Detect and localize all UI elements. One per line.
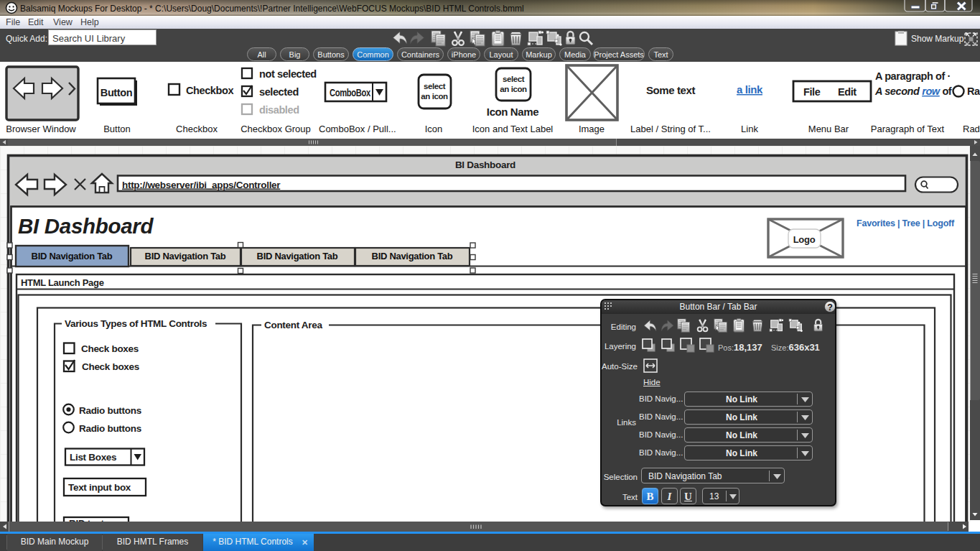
svg-text:HTML Launch Page: HTML Launch Page — [21, 277, 104, 288]
svg-text:BID Navigation Tab: BID Navigation Tab — [648, 471, 722, 481]
svg-text:BID Navigation Tab: BID Navigation Tab — [32, 251, 113, 261]
svg-text:Some text: Some text — [646, 84, 695, 96]
svg-text:an icon: an icon — [500, 85, 527, 93]
svg-text:Check boxes: Check boxes — [81, 343, 139, 354]
svg-text:Logo: Logo — [793, 234, 816, 245]
svg-text:Check boxes: Check boxes — [82, 361, 139, 372]
svg-text:BID Navigation Tab: BID Navigation Tab — [145, 251, 226, 261]
svg-text:No Link: No Link — [726, 448, 757, 458]
svg-text:http://webserver/ibi_apps/Cont: http://webserver/ibi_apps/Controller — [122, 180, 281, 190]
svg-text:Content Area: Content Area — [264, 320, 322, 330]
svg-text:Radio buttons: Radio buttons — [79, 423, 141, 434]
svg-text:List Boxes: List Boxes — [70, 452, 116, 463]
svg-text:select: select — [503, 75, 525, 83]
svg-text:select: select — [424, 82, 446, 91]
svg-text:Favorites | Tree | Logoff: Favorites | Tree | Logoff — [857, 218, 955, 228]
svg-text:BI Dashboard: BI Dashboard — [455, 159, 515, 170]
svg-text:BID Navigation Tab: BID Navigation Tab — [257, 251, 338, 261]
svg-text:Checkbox: Checkbox — [186, 85, 233, 96]
svg-text:No Link: No Link — [726, 430, 757, 440]
svg-text:Text input box: Text input box — [68, 482, 131, 493]
svg-text:A paragraph of ·: A paragraph of · — [875, 70, 951, 82]
svg-text:ComboBox: ComboBox — [330, 87, 370, 98]
svg-text:BI Dashboard: BI Dashboard — [18, 214, 154, 238]
svg-text:A second row of: A second row of — [874, 85, 952, 97]
svg-text:No Link: No Link — [726, 394, 757, 404]
svg-text:disabled: disabled — [259, 104, 299, 116]
svg-text:Edit: Edit — [838, 86, 857, 98]
svg-text:Icon Name: Icon Name — [487, 106, 538, 118]
svg-text:Radio buttons: Radio buttons — [79, 405, 141, 416]
svg-text:?: ? — [827, 302, 833, 312]
svg-text:not selected: not selected — [259, 68, 317, 80]
svg-text:Rad: Rad — [967, 85, 980, 97]
svg-text:BID Navigation Tab: BID Navigation Tab — [372, 251, 453, 261]
svg-text:13: 13 — [709, 491, 719, 501]
svg-text:selected: selected — [259, 86, 299, 98]
svg-text:an icon: an icon — [421, 92, 448, 101]
svg-text:Button: Button — [101, 87, 132, 98]
svg-text:Various Types of HTML Controls: Various Types of HTML Controls — [65, 318, 207, 329]
svg-text:File: File — [803, 86, 821, 98]
svg-text:a link: a link — [737, 83, 763, 96]
svg-text:No Link: No Link — [726, 412, 757, 422]
